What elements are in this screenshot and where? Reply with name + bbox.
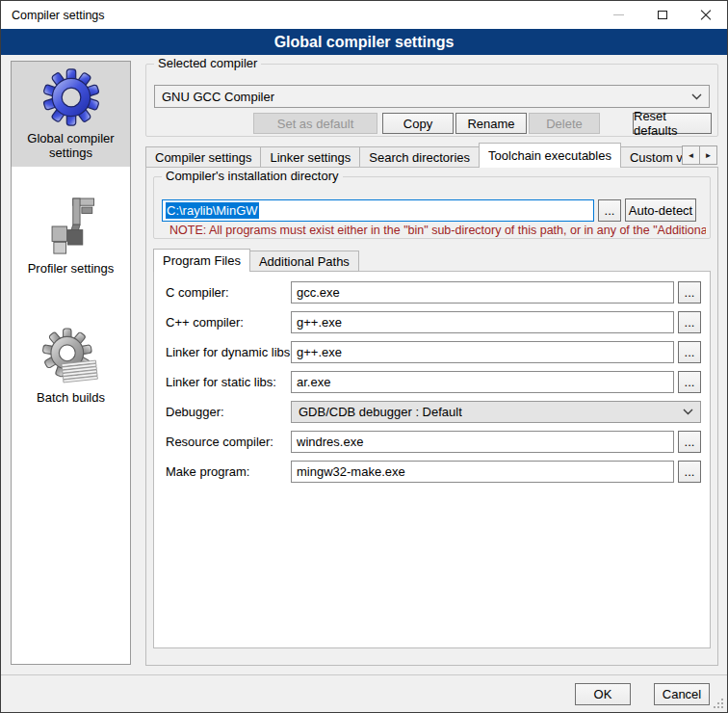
c-compiler-label: C compiler: (166, 285, 291, 300)
reset-defaults-button[interactable]: Reset defaults (633, 113, 712, 134)
gray-gear-stack-icon (42, 328, 100, 385)
static-linker-row: Linker for static libs: ... (166, 371, 701, 393)
tab-linker-settings[interactable]: Linker settings (260, 146, 360, 168)
debugger-select[interactable]: GDB/CDB debugger : Default (291, 401, 701, 423)
dynamic-linker-label: Linker for dynamic libs: (166, 345, 291, 359)
cpp-compiler-row: C++ compiler: ... (166, 311, 701, 333)
tab-program-files[interactable]: Program Files (153, 249, 250, 272)
footer-divider (1, 674, 727, 675)
static-linker-browse-button[interactable]: ... (678, 371, 701, 393)
make-program-row: Make program: ... (166, 461, 701, 483)
selected-compiler-group: Selected compiler GNU GCC Compiler Set a… (145, 64, 718, 137)
tab-additional-paths[interactable]: Additional Paths (249, 251, 359, 272)
settings-category-list: Global compiler settings Profiler settin… (11, 61, 131, 665)
copy-button[interactable]: Copy (382, 113, 454, 134)
resource-compiler-label: Resource compiler: (166, 435, 291, 449)
dialog-header-title: Global compiler settings (1, 29, 727, 55)
make-program-input[interactable] (291, 461, 674, 483)
resize-grip[interactable] (713, 698, 724, 709)
program-files-tabbar: Program Files Additional Paths (153, 249, 711, 272)
tab-compiler-settings[interactable]: Compiler settings (145, 146, 261, 168)
debugger-select-value: GDB/CDB debugger : Default (299, 405, 462, 419)
make-program-browse-button[interactable]: ... (678, 461, 701, 483)
sidebar-item-profiler-settings[interactable]: Profiler settings (12, 190, 130, 282)
blue-gear-icon (42, 68, 100, 126)
program-files-tabs: Program Files Additional Paths (153, 249, 711, 272)
tab-scroll-arrows: ◄ ► (683, 145, 717, 165)
cpp-compiler-label: C++ compiler: (166, 315, 291, 330)
sidebar-item-batch-builds[interactable]: Batch builds (12, 321, 130, 411)
minimize-icon (613, 14, 624, 15)
tab-scroll-right-button[interactable]: ► (699, 145, 717, 165)
close-button[interactable] (684, 1, 727, 29)
set-as-default-button: Set as default (253, 113, 377, 134)
dynamic-linker-row: Linker for dynamic libs: ... (166, 341, 701, 363)
resource-compiler-input[interactable] (291, 431, 674, 453)
sidebar-item-label: Batch builds (37, 390, 105, 405)
chevron-down-icon (691, 93, 702, 100)
resource-compiler-browse-button[interactable]: ... (678, 431, 701, 453)
chevron-down-icon (683, 409, 693, 415)
bin-subdirectory-note: NOTE: All programs must exist either in … (169, 224, 706, 237)
make-program-label: Make program: (166, 464, 291, 479)
tab-toolchain-executables[interactable]: Toolchain executables (479, 143, 621, 168)
c-compiler-input[interactable] (291, 281, 674, 304)
resource-compiler-row: Resource compiler: ... (166, 431, 701, 453)
compiler-select-value: GNU GCC Compiler (162, 90, 274, 104)
program-files-panel: C compiler: ... C++ compiler: ... Linker… (153, 271, 711, 648)
caliper-blocks-icon (43, 197, 99, 256)
window-controls (597, 1, 727, 29)
auto-detect-button[interactable]: Auto-detect (625, 198, 696, 222)
minimize-button[interactable] (597, 1, 640, 29)
static-linker-input[interactable] (291, 371, 674, 393)
tab-search-directories[interactable]: Search directories (359, 146, 480, 168)
sidebar-item-global-compiler-settings[interactable]: Global compiler settings (12, 62, 130, 167)
c-compiler-row: C compiler: ... (166, 281, 701, 304)
installation-directory-legend: Compiler's installation directory (162, 169, 343, 183)
static-linker-label: Linker for static libs: (166, 375, 291, 389)
main-tabs: Compiler settings Linker settings Search… (145, 143, 716, 168)
compiler-select[interactable]: GNU GCC Compiler (154, 85, 710, 108)
compiler-settings-dialog: Compiler settings Global compiler settin… (0, 0, 728, 713)
maximize-button[interactable] (640, 1, 684, 29)
maximize-icon (658, 11, 667, 19)
main-tabbar: Compiler settings Linker settings Search… (145, 143, 718, 168)
c-compiler-browse-button[interactable]: ... (678, 281, 701, 304)
installation-directory-browse-button[interactable]: ... (598, 199, 621, 222)
installation-directory-input[interactable]: C:\raylib\MinGW (162, 199, 594, 222)
debugger-row: Debugger: GDB/CDB debugger : Default (166, 401, 701, 423)
debugger-label: Debugger: (166, 405, 291, 419)
dynamic-linker-browse-button[interactable]: ... (678, 341, 701, 363)
window-title: Compiler settings (1, 9, 105, 22)
tab-scroll-left-button[interactable]: ◄ (682, 145, 700, 165)
installation-directory-group: Compiler's installation directory C:\ray… (153, 176, 711, 239)
cpp-compiler-input[interactable] (291, 311, 674, 333)
selected-compiler-legend: Selected compiler (154, 56, 261, 70)
sidebar-item-label: Global compiler settings (27, 131, 114, 160)
installation-directory-selected-text: C:\raylib\MinGW (166, 202, 259, 219)
cancel-button[interactable]: Cancel (654, 683, 710, 705)
dynamic-linker-input[interactable] (291, 341, 674, 363)
rename-button[interactable]: Rename (455, 113, 527, 134)
delete-button: Delete (529, 113, 600, 134)
cpp-compiler-browse-button[interactable]: ... (678, 311, 701, 333)
close-icon (700, 10, 712, 21)
ok-button[interactable]: OK (575, 683, 631, 705)
sidebar-item-label: Profiler settings (28, 261, 115, 276)
titlebar: Compiler settings (1, 1, 727, 29)
